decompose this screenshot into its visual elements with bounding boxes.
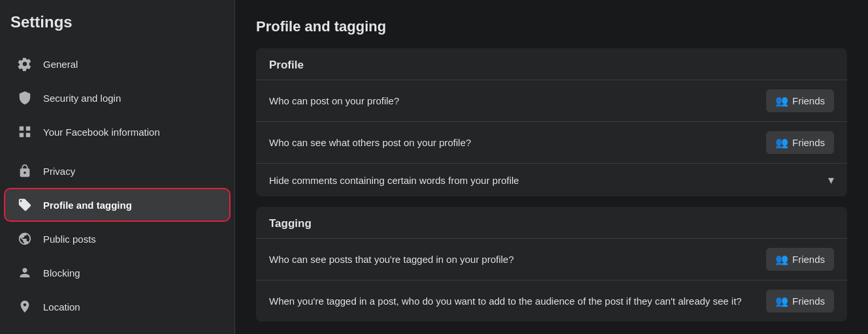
add-audience-friends-button[interactable]: 👥 Friends — [766, 290, 834, 312]
location-icon — [16, 297, 34, 316]
sidebar-item-general[interactable]: General — [5, 48, 229, 80]
main-content: Profile and tagging Profile Who can post… — [235, 0, 868, 334]
tagged-posts-button-text: Friends — [792, 254, 825, 265]
page-title: Profile and tagging — [256, 18, 847, 35]
sidebar-item-profile-tagging[interactable]: Profile and tagging — [5, 189, 229, 220]
friends-icon-2: 👥 — [775, 136, 788, 149]
person-icon — [16, 264, 34, 282]
sidebar-item-label-location: Location — [43, 301, 80, 312]
sidebar-item-facebook-info[interactable]: Your Facebook information — [5, 116, 229, 147]
tagging-section-card: Tagging Who can see posts that you're ta… — [256, 207, 847, 322]
tagging-row-who-can-see-label: Who can see posts that you're tagged in … — [269, 254, 766, 265]
sidebar-title: Settings — [0, 13, 234, 42]
tagged-posts-friends-button[interactable]: 👥 Friends — [766, 248, 834, 271]
sidebar-item-label-public-posts: Public posts — [43, 234, 96, 245]
tagging-section-header: Tagging — [256, 207, 847, 238]
profile-section-header: Profile — [256, 48, 847, 80]
friends-icon-1: 👥 — [775, 95, 788, 107]
friends-icon-4: 👥 — [775, 295, 788, 307]
tagging-row-add-audience: When you're tagged in a post, who do you… — [256, 280, 847, 322]
tag-icon — [16, 196, 34, 214]
sidebar-item-privacy[interactable]: Privacy — [5, 155, 229, 187]
tagging-row-add-audience-label: When you're tagged in a post, who do you… — [269, 296, 766, 307]
who-can-see-button-text: Friends — [792, 137, 825, 148]
profile-row-hide-comments-label: Hide comments containing certain words f… — [269, 175, 519, 186]
profile-row-hide-comments[interactable]: Hide comments containing certain words f… — [256, 163, 847, 196]
sidebar-item-label-facebook-info: Your Facebook information — [43, 127, 160, 138]
sidebar-item-public-posts[interactable]: Public posts — [5, 223, 229, 254]
globe-icon — [16, 230, 34, 248]
sidebar-item-label-blocking: Blocking — [43, 267, 80, 279]
sidebar-item-label-privacy: Privacy — [43, 166, 75, 177]
sidebar-item-label-security: Security and login — [43, 93, 121, 104]
profile-row-who-can-see: Who can see what others post on your pro… — [256, 121, 847, 163]
sidebar-item-location[interactable]: Location — [5, 291, 229, 322]
sidebar-item-language-region[interactable]: Aa Language and region — [5, 325, 229, 334]
gear-icon — [16, 55, 34, 73]
sidebar-item-security[interactable]: Security and login — [5, 82, 229, 114]
aa-icon: Aa — [16, 331, 34, 334]
profile-row-who-can-post-label: Who can post on your profile? — [269, 95, 766, 106]
profile-section-card: Profile Who can post on your profile? 👥 … — [256, 48, 847, 196]
who-can-post-button-text: Friends — [792, 95, 825, 106]
sidebar-item-blocking[interactable]: Blocking — [5, 257, 229, 288]
sidebar: Settings General Security and login Your… — [0, 0, 235, 334]
who-can-see-friends-button[interactable]: 👥 Friends — [766, 131, 834, 154]
sidebar-item-label-profile-tagging: Profile and tagging — [43, 200, 132, 211]
shield-icon — [16, 89, 34, 107]
friends-icon-3: 👥 — [775, 253, 788, 266]
lock-icon — [16, 162, 34, 180]
profile-row-who-can-post: Who can post on your profile? 👥 Friends — [256, 80, 847, 121]
chevron-down-icon: ▾ — [828, 173, 834, 187]
profile-row-who-can-see-label: Who can see what others post on your pro… — [269, 137, 766, 148]
who-can-post-friends-button[interactable]: 👥 Friends — [766, 89, 834, 112]
sidebar-item-label-general: General — [43, 59, 78, 70]
grid-icon — [16, 123, 34, 141]
add-audience-button-text: Friends — [792, 296, 825, 307]
tagging-row-who-can-see: Who can see posts that you're tagged in … — [256, 238, 847, 280]
